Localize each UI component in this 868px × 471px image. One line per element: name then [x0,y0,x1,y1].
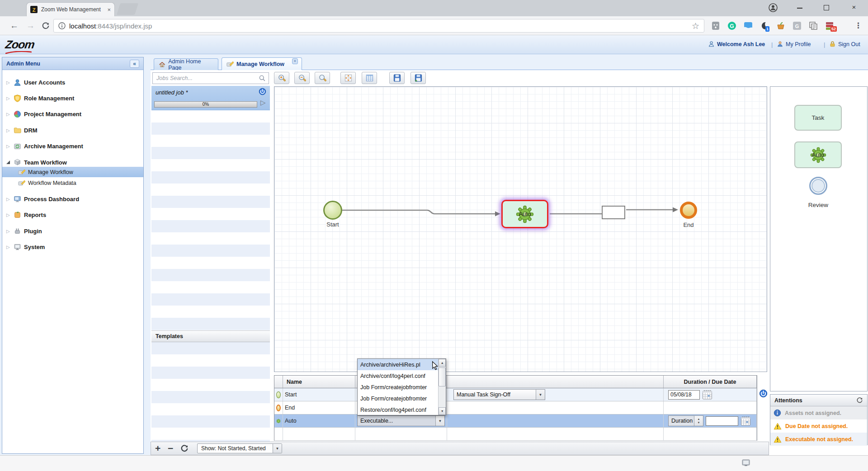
sidebar-item-user-accounts[interactable]: ▷ User Accounts [6,77,65,88]
expand-arrow-icon[interactable]: ▷ [6,197,11,202]
my-profile-link[interactable]: My Profile [777,41,811,47]
browser-reload-button[interactable] [42,22,50,30]
zoom-in-button[interactable] [274,72,289,84]
dropdown-option[interactable]: Archive/archiveHiRes.pl [358,359,438,370]
sidebar-item-archive-management[interactable]: ▷ Archive Management [6,141,83,151]
window-close-button[interactable]: × [847,3,861,11]
auto-node-selected[interactable]: Auto [501,200,548,228]
dropdown-option[interactable]: Job Form/createjobfromter [358,393,438,404]
window-maximize-button[interactable] [824,5,829,10]
save-button[interactable] [389,72,405,84]
extension-grammarly-icon[interactable]: G [727,21,736,30]
remove-step-button[interactable]: − [168,443,173,453]
expand-arrow-icon[interactable]: ▷ [6,245,11,250]
signoff-select[interactable]: Manual Task Sign-Off ▼ [453,389,545,400]
sidebar-item-manage-workflow[interactable]: Manage Workflow [18,167,73,178]
expand-arrow-icon[interactable]: ▷ [6,229,11,234]
page-info-icon[interactable] [58,22,66,29]
duration-spinner[interactable]: Duration ▲▼ [668,415,703,426]
sidebar-item-drm[interactable]: ▷ DRM [6,125,38,136]
job-power-icon[interactable] [259,88,266,95]
extension-reader-icon[interactable] [744,21,753,30]
templates-header[interactable]: Templates [151,330,270,342]
header-divider: | [824,41,825,48]
extension-g-icon[interactable]: G [793,21,802,30]
bookmark-star-icon[interactable]: ☆ [692,21,699,31]
browser-profile-icon[interactable] [769,3,778,12]
browser-tab[interactable]: Z Zoom Web Management × [26,2,115,16]
dropdown-option[interactable]: Restore/conf/log4perl.conf [358,404,438,415]
refresh-icon[interactable] [856,397,863,404]
address-bar[interactable]: localhost:8443/jsp/index.jsp ☆ [53,19,704,33]
expand-arrow-icon[interactable]: ▷ [6,80,11,85]
expand-arrow-icon[interactable]: ▷ [6,112,11,117]
new-tab-button[interactable] [117,3,138,15]
taskbar-tray-icon[interactable] [741,458,750,467]
expand-arrow-icon[interactable]: ▷ [6,128,11,133]
calendar-icon[interactable] [741,416,751,426]
sidebar-item-role-management[interactable]: ▷ Role Management [6,93,74,104]
palette-auto-node[interactable]: Auto [794,141,842,168]
name-column-header[interactable]: Name [283,376,355,388]
dropdown-arrow-icon[interactable]: ▼ [536,390,545,400]
sidebar-item-system[interactable]: ▷ System [6,241,45,252]
row-power-icon[interactable] [759,389,768,398]
duration-value-input[interactable] [706,416,738,426]
palette-task-node[interactable]: Task [794,105,842,131]
jobs-search-input[interactable] [152,72,269,84]
grid-view-button[interactable] [362,72,377,84]
table-row-start[interactable]: Start Manual Task Sign-Off ▼ [274,388,757,401]
sidebar-item-plugin[interactable]: ▷ Plugin [6,226,42,236]
workflow-canvas[interactable]: Start Auto End [274,86,767,372]
tab-close-icon[interactable]: × [292,58,298,64]
end-node[interactable] [680,202,697,219]
window-minimize-button[interactable] [797,8,802,9]
tab-manage-workflow[interactable]: Manage Workflow [222,57,302,70]
browser-forward-button[interactable]: → [26,21,35,31]
expand-arrow-icon[interactable]: ▷ [6,144,11,149]
extension-outlet-icon[interactable] [711,21,720,30]
duration-column-header[interactable]: Duration / Due Date [664,376,757,388]
save-as-button[interactable] [410,72,426,84]
tab-close-icon[interactable]: × [107,6,111,13]
table-row-auto-selected[interactable]: Auto Executable... ▼ Duration ▲▼ [274,414,757,428]
browser-back-button[interactable]: ← [10,21,19,31]
sign-out-link[interactable]: Sign Out [829,41,860,47]
browser-menu-icon[interactable]: ⋮ [854,21,862,30]
task-node-empty[interactable] [602,206,625,219]
dropdown-arrow-icon[interactable]: ▼ [273,444,282,453]
spinner-arrows-icon[interactable]: ▲▼ [694,416,703,426]
icon-column-header[interactable] [274,376,283,388]
signoff-column-header[interactable] [447,376,664,388]
extension-clipboard-icon[interactable] [809,21,818,30]
dropdown-arrow-icon[interactable]: ▼ [435,416,444,426]
add-step-button[interactable]: + [155,443,160,453]
show-filter-combo[interactable]: Show: Not Started, Started ▼ [197,443,282,453]
sidebar-item-process-dashboard[interactable]: ▷ Process Dashboard [6,193,79,204]
sidebar-collapse-button[interactable]: « [130,60,139,68]
expand-arrow-icon[interactable]: ▷ [6,96,11,101]
palette-review-node[interactable] [809,177,827,195]
expand-arrow-icon[interactable]: ▷ [6,212,11,217]
dropdown-option[interactable]: Archive/conf/log4perl.conf [358,370,438,382]
logo-swoosh [5,51,32,54]
fit-to-screen-button[interactable] [340,72,356,84]
zoom-out-button[interactable] [294,72,310,84]
sidebar-item-project-management[interactable]: ▷ Project Management [6,108,81,119]
sidebar-item-reports[interactable]: ▷ Reports [6,209,46,220]
zoom-reset-button[interactable] [315,72,330,84]
executable-combo[interactable]: Executable... ▼ [357,415,445,426]
job-run-icon[interactable]: ▷ [260,99,266,107]
extension-basket-icon[interactable] [776,21,785,30]
sidebar-item-workflow-metadata[interactable]: Workflow Metadata [18,178,76,188]
due-date-input[interactable] [668,390,700,400]
dropdown-option[interactable]: Job Form/createjobfromter [358,382,438,393]
start-node[interactable] [323,201,342,220]
calendar-icon[interactable] [702,390,712,400]
scroll-down-button[interactable]: ▼ [439,407,446,415]
refresh-steps-button[interactable] [180,444,189,452]
sidebar-item-team-workflow[interactable]: Team Workflow [6,157,67,168]
tab-admin-home-page[interactable]: Admin Home Page [154,58,218,70]
table-row-end[interactable]: End [274,401,757,414]
collapse-arrow-icon[interactable] [6,160,10,164]
